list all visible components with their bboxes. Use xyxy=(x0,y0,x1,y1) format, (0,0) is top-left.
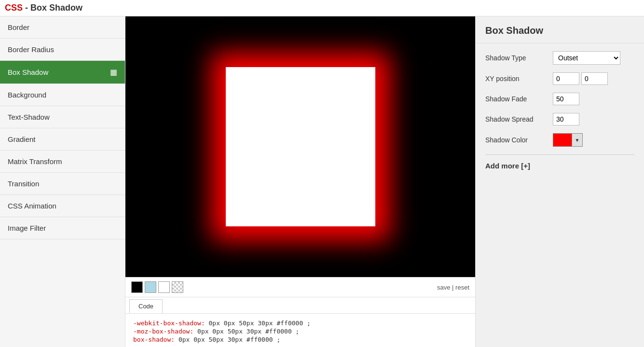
preview-canvas xyxy=(125,16,475,277)
code-section: Code -webkit-box-shadow: 0px 0px 50px 30… xyxy=(125,297,475,347)
color-picker-combo: ▼ xyxy=(553,133,634,147)
copy-icon[interactable]: ▦ xyxy=(110,68,117,77)
code-line-moz: -moz-box-shadow: 0px 0px 50px 30px #ff00… xyxy=(133,328,467,335)
shadow-color-control: ▼ xyxy=(553,133,634,147)
panel-body: Shadow Type Outset Inset XY position S xyxy=(476,43,644,178)
shadow-fade-label: Shadow Fade xyxy=(485,95,553,103)
sidebar-label-css-animation: CSS Animation xyxy=(8,202,56,210)
xy-y-input[interactable] xyxy=(581,72,608,85)
sidebar-label-gradient: Gradient xyxy=(8,135,36,143)
save-link[interactable]: save xyxy=(437,284,450,291)
panel-title: Box Shadow xyxy=(476,16,644,43)
sidebar-item-css-animation[interactable]: CSS Animation xyxy=(0,195,125,217)
shadow-spread-input[interactable] xyxy=(553,113,579,125)
preview-controls: save | reset xyxy=(125,277,475,297)
code-line-webkit: -webkit-box-shadow: 0px 0px 50px 30px #f… xyxy=(133,319,467,327)
sidebar-label-box-shadow: Box Shadow xyxy=(8,68,48,76)
reset-link[interactable]: reset xyxy=(455,284,469,291)
code-prop-webkit: -webkit-box-shadow: xyxy=(133,319,205,327)
sidebar-label-text-shadow: Text-Shadow xyxy=(8,113,50,121)
shadow-fade-control xyxy=(553,93,634,105)
sidebar-label-border: Border xyxy=(8,23,29,31)
shadow-spread-row: Shadow Spread xyxy=(485,113,634,125)
title-rest: - Box Shadow xyxy=(23,3,82,13)
sidebar-item-border-radius[interactable]: Border Radius xyxy=(0,39,125,61)
sidebar-label-image-filter: Image Filter xyxy=(8,224,46,232)
sidebar-item-gradient[interactable]: Gradient xyxy=(0,128,125,151)
sidebar-item-text-shadow[interactable]: Text-Shadow xyxy=(0,106,125,128)
save-reset: save | reset xyxy=(437,284,469,291)
sidebar: Border Border Radius Box Shadow ▦ Backgr… xyxy=(0,16,125,347)
title-css: CSS xyxy=(5,3,23,13)
code-tab[interactable]: Code xyxy=(129,299,163,313)
swatch-light-blue[interactable] xyxy=(145,281,156,293)
code-prop-moz: -moz-box-shadow: xyxy=(133,328,193,335)
shadow-spread-label: Shadow Spread xyxy=(485,115,553,123)
sidebar-item-image-filter[interactable]: Image Filter xyxy=(0,217,125,239)
shadow-fade-input[interactable] xyxy=(553,93,579,105)
shadow-fade-row: Shadow Fade xyxy=(485,93,634,105)
code-val-webkit: 0px 0px 50px 30px #ff0000 ; xyxy=(209,319,311,327)
xy-x-input[interactable] xyxy=(553,72,579,85)
shadow-color-label: Shadow Color xyxy=(485,136,553,144)
sidebar-item-background[interactable]: Background xyxy=(0,84,125,106)
panel-divider xyxy=(485,154,634,155)
page-title: CSS - Box Shadow xyxy=(0,0,644,16)
bg-swatches xyxy=(131,281,183,293)
preview-section: save | reset xyxy=(125,16,475,297)
code-val-standard: 0px 0px 50px 30px #ff0000 ; xyxy=(178,336,280,343)
add-more-button[interactable]: Add more [+] xyxy=(485,162,634,170)
shadow-type-label: Shadow Type xyxy=(485,54,553,62)
swatch-black[interactable] xyxy=(131,281,143,293)
sidebar-item-matrix-transform[interactable]: Matrix Transform xyxy=(0,151,125,173)
preview-box xyxy=(226,67,375,226)
swatch-white[interactable] xyxy=(158,281,170,293)
shadow-type-row: Shadow Type Outset Inset xyxy=(485,51,634,65)
shadow-color-row: Shadow Color ▼ xyxy=(485,133,634,147)
shadow-type-control: Outset Inset xyxy=(553,51,634,65)
color-swatch-button[interactable] xyxy=(553,133,572,147)
code-line-standard: box-shadow: 0px 0px 50px 30px #ff0000 ; xyxy=(133,336,467,343)
sidebar-item-border[interactable]: Border xyxy=(0,16,125,39)
sidebar-item-box-shadow[interactable]: Box Shadow ▦ xyxy=(0,61,125,84)
code-val-moz: 0px 0px 50px 30px #ff0000 ; xyxy=(197,328,299,335)
sidebar-label-border-radius: Border Radius xyxy=(8,45,54,54)
code-tab-bar: Code xyxy=(125,297,475,313)
code-body: -webkit-box-shadow: 0px 0px 50px 30px #f… xyxy=(125,313,475,347)
xy-position-label: XY position xyxy=(485,75,553,83)
xy-position-row: XY position xyxy=(485,72,634,85)
right-panel: Box Shadow Shadow Type Outset Inset XY p… xyxy=(475,16,644,347)
sidebar-label-background: Background xyxy=(8,91,46,99)
sidebar-label-transition: Transition xyxy=(8,180,39,188)
xy-position-control xyxy=(553,72,634,85)
shadow-spread-control xyxy=(553,113,634,125)
sidebar-label-matrix-transform: Matrix Transform xyxy=(8,157,62,166)
shadow-type-select[interactable]: Outset Inset xyxy=(553,51,620,65)
sidebar-item-transition[interactable]: Transition xyxy=(0,173,125,195)
code-prop-standard: box-shadow: xyxy=(133,336,175,343)
color-dropdown-button[interactable]: ▼ xyxy=(572,133,583,147)
swatch-checker[interactable] xyxy=(172,281,183,293)
